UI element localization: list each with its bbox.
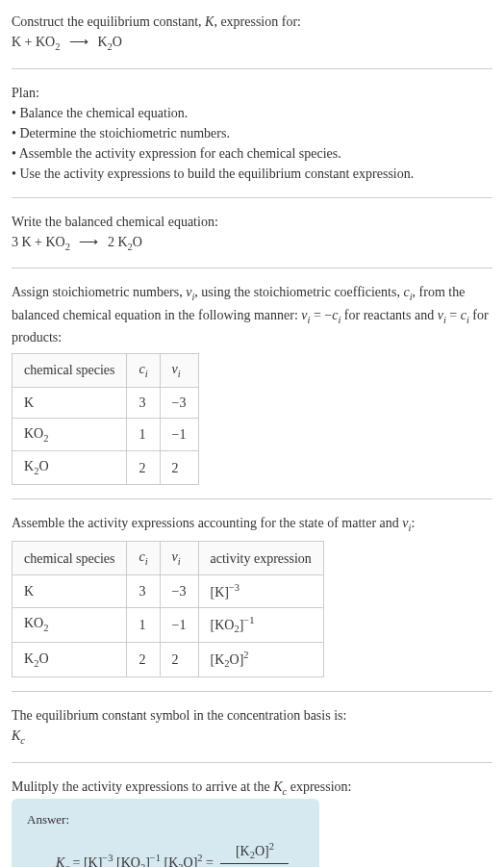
products: K [97, 35, 107, 49]
fraction: [K2O]2[K]3 [KO2] [220, 839, 289, 867]
reactants: 3 K + KO [12, 235, 65, 249]
text-part: Assemble the activity expressions accoun… [12, 516, 402, 530]
divider [12, 691, 492, 692]
base: [KO [211, 617, 235, 631]
cell-nui: −3 [160, 387, 198, 418]
sp: KO [24, 616, 43, 630]
base: [K [211, 651, 225, 666]
cell-species: K [13, 574, 127, 607]
col-ci: ci [127, 354, 160, 388]
products: 2 K [108, 235, 128, 249]
cell-ci: 3 [127, 574, 160, 607]
activity-section: Assemble the activity expressions accoun… [12, 513, 492, 677]
stoich-text: Assign stoichiometric numbers, νi, using… [12, 282, 492, 347]
table-row: K2O 2 2 [13, 451, 199, 485]
sub-i: i [145, 556, 148, 567]
sp-end: O [38, 459, 48, 473]
activity-table: chemical species ci νi activity expressi… [12, 541, 324, 677]
text-part: Mulitply the activity expressions to arr… [12, 779, 273, 794]
balanced-equation: 3 K + KO2 ⟶ 2 K2O [12, 232, 492, 255]
answer-box: Answer: Kc = [K]−3 [KO2]−1 [K2O]2 = [K2O… [12, 799, 319, 867]
text-part: Assign stoichiometric numbers, [12, 285, 186, 299]
plan-bullet: • Use the activity expressions to build … [12, 164, 492, 184]
sub: 2 [43, 623, 48, 633]
intro-line: Construct the equilibrium constant, K, e… [12, 12, 492, 32]
base: [K] [211, 585, 229, 599]
plan-title: Plan: [12, 83, 492, 103]
cell-nui: 2 [160, 642, 198, 676]
sp: K [24, 459, 34, 473]
kc-symbol: Kc [12, 726, 492, 749]
text-part: for reactants and [340, 308, 437, 322]
reactants: K + KO [12, 35, 55, 49]
text-part: expression: [287, 779, 351, 794]
divider [12, 268, 492, 268]
sp: KO [24, 426, 43, 441]
cell-nui: −1 [160, 607, 198, 642]
col-species: chemical species [13, 542, 127, 575]
col-nui: νi [160, 354, 198, 388]
sub: 2 [65, 241, 70, 251]
sub-i: i [178, 556, 181, 567]
sub-i: i [178, 369, 181, 379]
divider [12, 762, 492, 763]
plan-bullet: • Assemble the activity expression for e… [12, 143, 492, 164]
sub-i: i [145, 369, 148, 379]
k: K [273, 779, 282, 794]
cell-species: K2O [13, 642, 127, 676]
cell-nui: 2 [160, 451, 198, 485]
cell-species: KO2 [13, 418, 127, 451]
cell-activity: [K]−3 [198, 574, 323, 607]
unbalanced-equation: K + KO2 ⟶ K2O [12, 32, 492, 55]
balanced-title: Write the balanced chemical equation: [12, 212, 492, 232]
table-row: K 3 −3 [13, 387, 199, 418]
intro-section: Construct the equilibrium constant, K, e… [12, 12, 492, 55]
answer-equation: Kc = [K]−3 [KO2]−1 [K2O]2 = [K2O]2[K]3 [… [27, 839, 304, 867]
plan-bullet: • Determine the stoichiometric numbers. [12, 123, 492, 143]
exp: −3 [229, 582, 239, 593]
k-symbol: K [205, 14, 214, 29]
term: [K [236, 843, 250, 857]
products-end: O [113, 35, 122, 49]
answer-label: Answer: [27, 810, 304, 829]
symbol-section: The equilibrium constant symbol in the c… [12, 705, 492, 749]
numerator: [K2O]2 [220, 839, 289, 864]
sub: 2 [43, 433, 48, 444]
arrow-icon: ⟶ [69, 32, 88, 52]
cell-nui: −3 [160, 574, 198, 607]
table-row: KO2 1 −1 [KO2]−1 [13, 607, 324, 642]
plan-bullet: • Balance the chemical equation. [12, 103, 492, 123]
cell-species: K2O [13, 451, 127, 485]
exp: −1 [243, 615, 254, 625]
cell-species: KO2 [13, 607, 127, 642]
divider [12, 197, 492, 198]
text-part: : [411, 516, 415, 530]
exp: 2 [243, 650, 248, 660]
sp: K [24, 651, 34, 666]
text-part: , using the stoichiometric coefficients, [194, 285, 403, 299]
cell-ci: 2 [127, 642, 160, 676]
term-end: O] [184, 855, 198, 868]
sp-end: O [38, 651, 48, 666]
symbol-text: The equilibrium constant symbol in the c… [12, 705, 492, 726]
exp: −3 [102, 853, 113, 863]
divider [12, 498, 492, 499]
table-header-row: chemical species ci νi activity expressi… [13, 542, 324, 575]
text-part: = − [310, 308, 332, 322]
col-activity: activity expression [198, 542, 323, 575]
sub: 2 [55, 41, 60, 52]
cell-activity: [K2O]2 [198, 642, 323, 676]
cell-ci: 1 [127, 607, 160, 642]
arrow-icon: ⟶ [79, 232, 98, 252]
base-end: O] [230, 651, 244, 666]
text-part: = [446, 308, 461, 322]
stoich-section: Assign stoichiometric numbers, νi, using… [12, 282, 492, 485]
term: [KO [113, 855, 140, 868]
table-row: K 3 −3 [K]−3 [13, 574, 324, 607]
stoich-table: chemical species ci νi K 3 −3 KO2 1 −1 K… [12, 353, 199, 485]
col-nui: νi [160, 542, 198, 575]
intro-text-end: , expression for: [214, 14, 301, 29]
cell-activity: [KO2]−1 [198, 607, 323, 642]
cell-ci: 3 [127, 387, 160, 418]
term: [K [161, 855, 178, 868]
